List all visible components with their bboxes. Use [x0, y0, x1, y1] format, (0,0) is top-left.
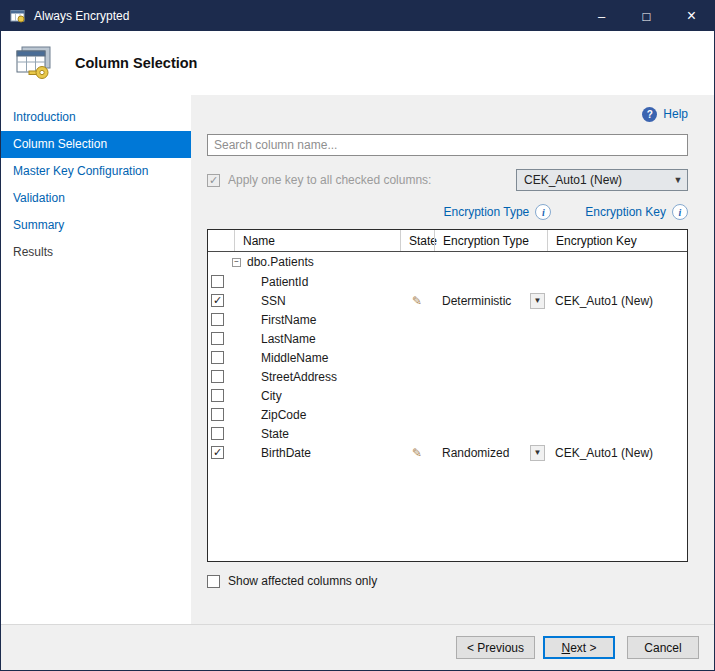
encryption-type-cell[interactable]: Deterministic▼: [434, 293, 547, 309]
help-link[interactable]: Help: [663, 107, 688, 121]
table-row: StreetAddress: [208, 367, 687, 386]
titlebar: Always Encrypted – □ ×: [1, 1, 714, 31]
table-row: MiddleName: [208, 348, 687, 367]
checkbox-cell: [208, 427, 234, 440]
group-label: dbo.Patients: [247, 255, 314, 269]
table-row: LastName: [208, 329, 687, 348]
search-input[interactable]: [207, 134, 688, 156]
encryption-key-cell[interactable]: CEK_Auto1 (New): [547, 294, 687, 308]
encryption-type-link[interactable]: Encryption Type: [443, 205, 529, 219]
table-row: PatientId: [208, 272, 687, 291]
column-name-cell[interactable]: State: [234, 427, 400, 441]
chevron-down-icon[interactable]: ▼: [530, 445, 545, 461]
checkbox-cell: [208, 332, 234, 345]
row-checkbox[interactable]: [211, 275, 224, 288]
cancel-button[interactable]: Cancel: [627, 636, 699, 659]
cek-combobox[interactable]: CEK_Auto1 (New) ▼: [516, 169, 688, 191]
checkbox-cell: [208, 275, 234, 288]
table-row: City: [208, 386, 687, 405]
state-cell: ✎: [400, 447, 434, 459]
footer: < Previous Next > Cancel: [1, 624, 714, 670]
sidebar-item-master-key-configuration[interactable]: Master Key Configuration: [1, 158, 191, 185]
column-name-cell[interactable]: LastName: [234, 332, 400, 346]
encryption-key-value: CEK_Auto1 (New): [555, 294, 653, 308]
sidebar-item-introduction[interactable]: Introduction: [1, 104, 191, 131]
encryption-type-cell[interactable]: Randomized▼: [434, 445, 547, 461]
row-checkbox[interactable]: [211, 389, 224, 402]
checkbox-cell: ✓: [208, 294, 234, 307]
maximize-button[interactable]: □: [624, 1, 669, 31]
encryption-key-link[interactable]: Encryption Key: [585, 205, 666, 219]
show-affected-checkbox[interactable]: [207, 575, 220, 588]
apply-key-label: Apply one key to all checked columns:: [228, 173, 431, 187]
body-row: IntroductionColumn SelectionMaster Key C…: [1, 95, 714, 624]
row-checkbox[interactable]: [211, 427, 224, 440]
table-key-icon: [14, 45, 54, 81]
row-checkbox[interactable]: [211, 313, 224, 326]
collapse-icon[interactable]: −: [232, 258, 241, 267]
apply-key-row: ✓ Apply one key to all checked columns: …: [207, 169, 688, 191]
encryption-key-value: CEK_Auto1 (New): [555, 446, 653, 460]
column-name-cell[interactable]: StreetAddress: [234, 370, 400, 384]
table-header: Name State Encryption Type Encryption Ke…: [208, 230, 687, 252]
header-state[interactable]: State: [400, 230, 434, 251]
column-name-cell[interactable]: MiddleName: [234, 351, 400, 365]
pencil-icon: ✎: [412, 447, 422, 459]
help-icon[interactable]: ?: [642, 107, 657, 122]
header-name[interactable]: Name: [234, 230, 400, 251]
column-name-cell[interactable]: PatientId: [234, 275, 400, 289]
header-encryption-type[interactable]: Encryption Type: [434, 230, 547, 251]
apply-key-checkbox: ✓: [207, 174, 220, 187]
table-body: − dbo.Patients PatientId✓SSN✎Determinist…: [208, 252, 687, 561]
encryption-key-cell[interactable]: CEK_Auto1 (New): [547, 446, 687, 460]
checkbox-cell: [208, 370, 234, 383]
row-checkbox[interactable]: ✓: [211, 446, 224, 459]
minimize-button[interactable]: –: [579, 1, 624, 31]
row-checkbox[interactable]: [211, 332, 224, 345]
encryption-type-info-icon[interactable]: i: [535, 204, 551, 220]
column-name-cell[interactable]: SSN: [234, 294, 400, 308]
sidebar-item-column-selection[interactable]: Column Selection: [1, 131, 191, 158]
show-affected-row: Show affected columns only: [207, 574, 688, 588]
table-group-row: − dbo.Patients: [208, 252, 687, 272]
state-cell: ✎: [400, 295, 434, 307]
header-encryption-key[interactable]: Encryption Key: [547, 230, 687, 251]
columns-table: Name State Encryption Type Encryption Ke…: [207, 229, 688, 562]
checkbox-cell: [208, 408, 234, 421]
table-row: ✓SSN✎Deterministic▼CEK_Auto1 (New): [208, 291, 687, 310]
column-name-cell[interactable]: City: [234, 389, 400, 403]
column-name-cell[interactable]: BirthDate: [234, 446, 400, 460]
sidebar: IntroductionColumn SelectionMaster Key C…: [1, 95, 191, 624]
page-title: Column Selection: [75, 55, 197, 71]
row-checkbox[interactable]: [211, 370, 224, 383]
encryption-type-value: Randomized: [442, 446, 509, 460]
table-row: State: [208, 424, 687, 443]
column-name-cell[interactable]: ZipCode: [234, 408, 400, 422]
sidebar-item-summary[interactable]: Summary: [1, 212, 191, 239]
app-icon: [10, 8, 26, 24]
encryption-key-info-icon[interactable]: i: [672, 204, 688, 220]
previous-button[interactable]: < Previous: [456, 636, 535, 659]
checkbox-cell: ✓: [208, 446, 234, 459]
chevron-down-icon[interactable]: ▼: [530, 293, 545, 309]
close-button[interactable]: ×: [669, 1, 714, 31]
next-button[interactable]: Next >: [543, 636, 615, 659]
chevron-down-icon: ▼: [669, 175, 687, 185]
checkbox-cell: [208, 313, 234, 326]
sidebar-item-results[interactable]: Results: [1, 239, 191, 266]
encryption-type-value: Deterministic: [442, 294, 511, 308]
row-checkbox[interactable]: [211, 351, 224, 364]
wizard-header: Column Selection: [1, 31, 714, 95]
checkbox-cell: [208, 351, 234, 364]
table-row: ZipCode: [208, 405, 687, 424]
cek-combobox-value: CEK_Auto1 (New): [524, 173, 622, 187]
help-row: ? Help: [207, 105, 688, 123]
show-affected-label: Show affected columns only: [228, 574, 377, 588]
row-checkbox[interactable]: [211, 408, 224, 421]
column-name-cell[interactable]: FirstName: [234, 313, 400, 327]
always-encrypted-window: Always Encrypted – □ × Column Selection …: [0, 0, 715, 671]
sidebar-item-validation[interactable]: Validation: [1, 185, 191, 212]
table-row: ✓BirthDate✎Randomized▼CEK_Auto1 (New): [208, 443, 687, 462]
header-checkbox-column: [208, 230, 234, 251]
row-checkbox[interactable]: ✓: [211, 294, 224, 307]
